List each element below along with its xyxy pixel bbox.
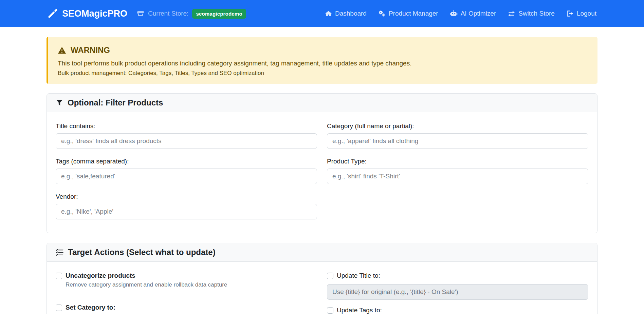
actions-card: Target Actions (Select what to update) U… xyxy=(47,243,597,314)
current-store: Current Store: seomagicprodemo xyxy=(137,9,246,19)
filter-card-body: Title contains: Category (full name or p… xyxy=(47,112,597,233)
store-badge: seomagicprodemo xyxy=(192,9,246,19)
nav-link-label: AI Optimizer xyxy=(461,10,496,17)
nav-link-product-manager[interactable]: Product Manager xyxy=(378,10,438,17)
nav-link-logout[interactable]: Logout xyxy=(566,10,596,17)
magic-wand-icon xyxy=(48,8,58,19)
product-type-label: Product Type: xyxy=(327,158,588,165)
update-tags-row: Update Tags to: xyxy=(327,307,588,314)
category-label: Category (full name or partial): xyxy=(327,122,588,130)
brand-label: SEOMagicPRO xyxy=(62,8,127,19)
actions-card-header: Target Actions (Select what to update) xyxy=(47,243,597,262)
warning-alert: WARNING This tool performs bulk product … xyxy=(47,37,597,84)
switch-arrows-icon xyxy=(508,10,515,18)
filter-card-header: Optional: Filter Products xyxy=(47,94,597,112)
set-category-label: Set Category to: xyxy=(66,304,115,311)
actions-left-column: Uncategorize products Remove category as… xyxy=(56,272,317,314)
home-icon xyxy=(325,10,332,17)
field-title-contains: Title contains: xyxy=(56,122,317,149)
field-category: Category (full name or partial): xyxy=(327,122,588,149)
nav-link-ai-optimizer[interactable]: AI Optimizer xyxy=(450,10,496,18)
warning-title-row: WARNING xyxy=(58,45,588,55)
uncategorize-checkbox[interactable] xyxy=(56,273,62,279)
update-tags-checkbox[interactable] xyxy=(327,307,333,314)
product-type-input[interactable] xyxy=(327,169,588,184)
navbar-links: Dashboard xyxy=(325,10,596,18)
tags-input[interactable] xyxy=(56,169,317,184)
nav-link-switch-store[interactable]: Switch Store xyxy=(508,10,555,18)
page-content: WARNING This tool performs bulk product … xyxy=(47,37,597,314)
nav-link-dashboard[interactable]: Dashboard xyxy=(325,10,367,17)
warning-title: WARNING xyxy=(71,45,110,55)
uncategorize-hint: Remove category assignment and enable ro… xyxy=(66,281,317,288)
list-check-icon xyxy=(56,249,63,256)
field-tags: Tags (comma separated): xyxy=(56,158,317,184)
tags-label: Tags (comma separated): xyxy=(56,158,317,165)
nav-link-label: Logout xyxy=(577,10,596,17)
brand[interactable]: SEOMagicPRO xyxy=(48,8,127,19)
actions-card-body: Uncategorize products Remove category as… xyxy=(47,262,597,314)
nav-link-label: Switch Store xyxy=(518,10,555,17)
store-icon xyxy=(137,10,144,17)
logout-icon xyxy=(566,10,574,17)
vendor-label: Vendor: xyxy=(56,193,317,200)
warning-line1: This tool performs bulk product operatio… xyxy=(58,60,588,67)
category-input[interactable] xyxy=(327,133,588,149)
current-store-label: Current Store: xyxy=(148,10,188,17)
uncategorize-row: Uncategorize products xyxy=(56,272,317,279)
uncategorize-label: Uncategorize products xyxy=(66,272,135,279)
navbar: SEOMagicPRO Current Store: seomagicprode… xyxy=(0,0,644,27)
title-contains-label: Title contains: xyxy=(56,122,317,130)
actions-card-title: Target Actions (Select what to update) xyxy=(68,248,216,257)
navbar-left: SEOMagicPRO Current Store: seomagicprode… xyxy=(48,8,246,19)
update-title-checkbox[interactable] xyxy=(327,273,333,279)
funnel-icon xyxy=(56,99,63,106)
set-category-checkbox[interactable] xyxy=(56,305,62,311)
update-tags-label: Update Tags to: xyxy=(337,307,382,314)
field-vendor: Vendor: xyxy=(56,193,317,219)
nav-link-label: Dashboard xyxy=(335,10,367,17)
update-title-row: Update Title to: xyxy=(327,272,588,279)
warning-line2: Bulk product management: Categories, Tag… xyxy=(58,70,588,77)
warning-triangle-icon xyxy=(58,46,66,55)
filter-card: Optional: Filter Products Title contains… xyxy=(47,93,597,233)
title-contains-input[interactable] xyxy=(56,133,317,149)
vendor-input[interactable] xyxy=(56,204,317,219)
gears-icon xyxy=(378,10,386,17)
update-title-label: Update Title to: xyxy=(337,272,380,279)
set-category-row: Set Category to: xyxy=(56,304,317,311)
actions-right-column: Update Title to: Update Tags to: xyxy=(327,272,588,314)
robot-icon xyxy=(450,10,458,18)
filter-card-title: Optional: Filter Products xyxy=(68,98,163,107)
update-title-input[interactable] xyxy=(327,284,588,300)
field-product-type: Product Type: xyxy=(327,158,588,184)
nav-link-label: Product Manager xyxy=(389,10,438,17)
